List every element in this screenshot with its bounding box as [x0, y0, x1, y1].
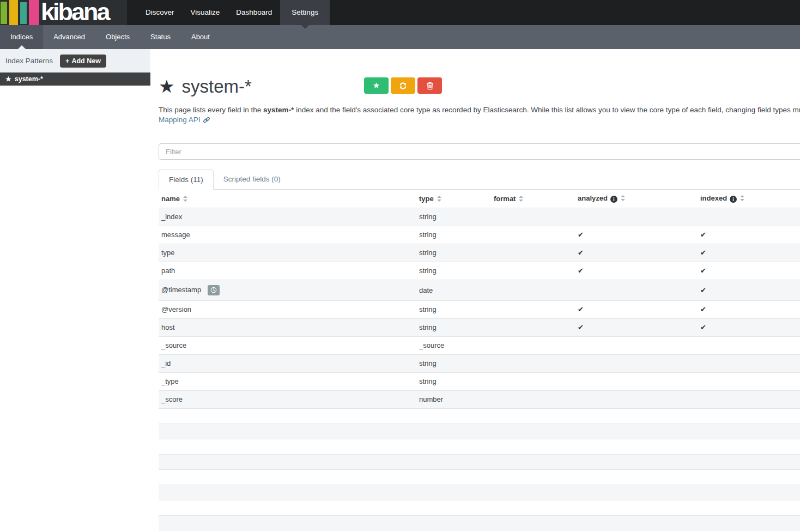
empty-cell — [159, 485, 416, 500]
empty-row — [159, 516, 800, 531]
tab-scripted-fields[interactable]: Scripted fields (0) — [214, 170, 290, 189]
column-label: name — [161, 195, 180, 203]
field-name-cell: type — [159, 244, 416, 262]
field-name-cell: path — [159, 262, 416, 280]
set-default-index-button[interactable]: ★ — [364, 77, 389, 94]
check-icon: ✔ — [700, 267, 706, 275]
sidebar: Index Patterns + Add New ★ system-* — [0, 49, 150, 86]
title-row: ★ system-* ★ — [159, 76, 800, 98]
column-header-format[interactable]: format — [491, 190, 575, 208]
filter-input[interactable] — [159, 143, 800, 160]
nav-visualize[interactable]: Visualize — [183, 0, 228, 25]
field-format-cell — [491, 208, 575, 226]
fields-table: nametypeformatanalyzediindexedi _indexst… — [159, 190, 800, 531]
kibana-logo[interactable]: kibana — [0, 0, 127, 25]
remove-pattern-button[interactable] — [417, 77, 442, 94]
check-icon: ✔ — [578, 267, 584, 275]
field-name: _score — [161, 395, 183, 403]
field-name: @timestamp — [161, 286, 201, 294]
nav-settings[interactable]: Settings — [280, 0, 330, 25]
field-format-cell — [491, 301, 575, 319]
field-type-cell: _source — [416, 337, 491, 355]
field-name: type — [161, 249, 175, 257]
sort-icon[interactable] — [519, 196, 523, 202]
field-name: _type — [161, 377, 179, 385]
column-header-type[interactable]: type — [416, 190, 491, 208]
field-format-cell — [491, 337, 575, 355]
field-analyzed-cell: ✔ — [575, 244, 698, 262]
empty-row — [159, 424, 800, 439]
empty-row — [159, 470, 800, 485]
field-name-cell: message — [159, 226, 416, 244]
field-name-cell: _id — [159, 355, 416, 373]
column-header-name[interactable]: name — [159, 190, 416, 208]
subnav-status[interactable]: Status — [140, 25, 181, 49]
field-name-cell: @timestamp — [159, 280, 416, 301]
field-type-cell: string — [416, 373, 491, 391]
sort-icon[interactable] — [621, 195, 625, 201]
field-row: _typestring — [159, 373, 800, 391]
sort-icon[interactable] — [740, 195, 744, 201]
add-new-label: Add New — [71, 57, 100, 65]
sidebar-item-system-pattern[interactable]: ★ system-* — [0, 72, 150, 86]
field-analyzed-cell: ✔ — [575, 301, 698, 319]
empty-cell — [416, 500, 491, 516]
column-label: format — [494, 195, 516, 203]
empty-cell — [491, 470, 575, 485]
empty-cell — [416, 470, 491, 485]
sort-icon[interactable] — [437, 196, 441, 202]
nav-discover[interactable]: Discover — [137, 0, 183, 25]
field-format-cell — [491, 355, 575, 373]
add-new-button[interactable]: + Add New — [60, 55, 106, 68]
field-name: _id — [161, 359, 171, 367]
empty-cell — [698, 409, 800, 424]
refresh-icon — [399, 82, 407, 90]
field-type-cell: string — [416, 262, 491, 280]
field-analyzed-cell: ✔ — [575, 262, 698, 280]
empty-cell — [416, 409, 491, 424]
refresh-fields-button[interactable] — [391, 77, 415, 94]
subnav-indices[interactable]: Indices — [0, 25, 43, 49]
main-content: ★ system-* ★ This page lists every field… — [159, 49, 800, 531]
trash-icon — [426, 81, 434, 90]
empty-cell — [491, 455, 575, 470]
field-tabs: Fields (11) Scripted fields (0) — [159, 170, 800, 190]
clock-icon — [210, 287, 217, 293]
empty-row — [159, 485, 800, 500]
subnav-about[interactable]: About — [181, 25, 220, 49]
empty-cell — [491, 439, 575, 455]
empty-cell — [575, 409, 698, 424]
field-analyzed-cell — [575, 280, 698, 301]
top-navbar: kibana Discover Visualize Dashboard Sett… — [0, 0, 800, 25]
empty-cell — [159, 455, 416, 470]
empty-row — [159, 455, 800, 470]
subnav-objects[interactable]: Objects — [95, 25, 140, 49]
check-icon: ✔ — [578, 305, 584, 313]
field-analyzed-cell — [575, 391, 698, 409]
column-header-analyzed[interactable]: analyzedi — [575, 190, 698, 208]
empty-cell — [491, 409, 575, 424]
empty-cell — [159, 470, 416, 485]
star-icon: ★ — [373, 81, 380, 90]
field-indexed-cell: ✔ — [698, 319, 800, 337]
empty-cell — [416, 424, 491, 439]
nav-dashboard[interactable]: Dashboard — [228, 0, 280, 25]
field-row: typestring✔✔ — [159, 244, 800, 262]
empty-cell — [575, 500, 698, 516]
field-analyzed-cell — [575, 337, 698, 355]
info-icon: i — [730, 196, 737, 203]
field-type-cell: string — [416, 319, 491, 337]
field-name-cell: host — [159, 319, 416, 337]
subnav-advanced[interactable]: Advanced — [43, 25, 95, 49]
tab-fields[interactable]: Fields (11) — [159, 170, 214, 190]
field-row: _scorenumber — [159, 391, 800, 409]
page-title-text: system-* — [182, 76, 252, 97]
field-row: _idstring — [159, 355, 800, 373]
field-row: hoststring✔✔ — [159, 319, 800, 337]
column-header-indexed[interactable]: indexedi — [698, 190, 800, 208]
sort-icon[interactable] — [183, 196, 187, 202]
empty-cell — [575, 424, 698, 439]
empty-cell — [416, 516, 491, 531]
field-format-cell — [491, 262, 575, 280]
mapping-api-link[interactable]: Mapping API — [159, 115, 201, 125]
